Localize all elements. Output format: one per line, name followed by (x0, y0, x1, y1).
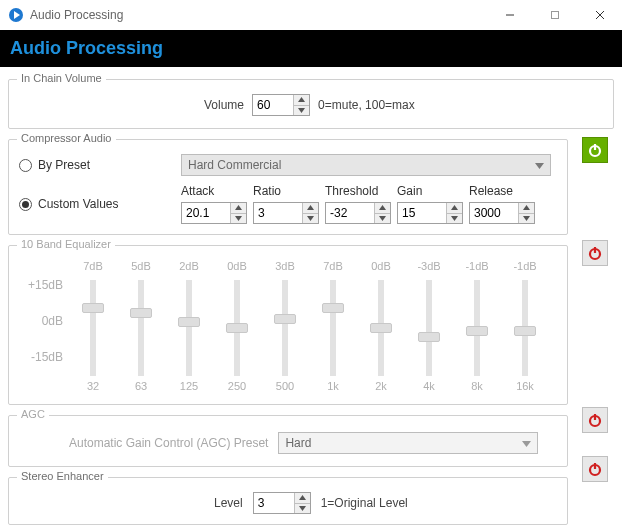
radio-custom-values-indicator (19, 198, 32, 211)
volume-label: Volume (204, 98, 244, 112)
eq-slider[interactable] (282, 280, 288, 376)
preset-dropdown[interactable]: Hard Commercial (181, 154, 551, 176)
svg-marker-15 (379, 205, 386, 210)
eq-band-16k: -1dB16k (501, 260, 549, 394)
titlebar-controls (487, 0, 622, 30)
svg-marker-6 (298, 97, 305, 102)
eq-slider[interactable] (378, 280, 384, 376)
eq-band-db: -3dB (417, 260, 440, 276)
threshold-down[interactable] (375, 214, 390, 224)
eq-slider-thumb[interactable] (514, 326, 536, 336)
eq-slider[interactable] (474, 280, 480, 376)
maximize-button[interactable] (532, 0, 577, 30)
volume-value[interactable] (253, 95, 293, 115)
eq-band-db: -1dB (465, 260, 488, 276)
ratio-label: Ratio (253, 184, 319, 198)
attack-down[interactable] (231, 214, 246, 224)
chevron-down-icon (522, 436, 531, 450)
attack-label: Attack (181, 184, 247, 198)
group-volume: In Chain Volume Volume 0=mute, 100=max (8, 79, 614, 129)
eq-slider[interactable] (426, 280, 432, 376)
page-title: Audio Processing (0, 30, 622, 67)
eq-slider-thumb[interactable] (466, 326, 488, 336)
gain-down[interactable] (447, 214, 462, 224)
radio-custom-values[interactable]: Custom Values (19, 197, 169, 211)
gain-label: Gain (397, 184, 463, 198)
release-label: Release (469, 184, 535, 198)
eq-slider-thumb[interactable] (418, 332, 440, 342)
minimize-button[interactable] (487, 0, 532, 30)
ratio-input[interactable] (253, 202, 319, 224)
eq-band-125: 2dB125 (165, 260, 213, 394)
ratio-up[interactable] (303, 203, 318, 214)
volume-input[interactable] (252, 94, 310, 116)
titlebar: Audio Processing (0, 0, 622, 30)
eq-slider-thumb[interactable] (178, 317, 200, 327)
agc-power-toggle[interactable] (582, 407, 608, 433)
eq-slider-thumb[interactable] (370, 323, 392, 333)
group-volume-title: In Chain Volume (17, 72, 106, 84)
svg-marker-19 (523, 205, 530, 210)
enhancer-label: Level (214, 496, 243, 510)
svg-marker-7 (298, 108, 305, 113)
threshold-label: Threshold (325, 184, 391, 198)
eq-slider[interactable] (186, 280, 192, 376)
eq-slider-thumb[interactable] (274, 314, 296, 324)
eq-slider[interactable] (90, 280, 96, 376)
release-down[interactable] (519, 214, 534, 224)
agc-preset-dropdown[interactable]: Hard (278, 432, 538, 454)
enhancer-input[interactable] (253, 492, 311, 514)
radio-custom-values-label: Custom Values (38, 197, 118, 211)
svg-marker-13 (307, 205, 314, 210)
eq-band-freq: 16k (516, 380, 534, 394)
svg-rect-3 (551, 12, 558, 19)
volume-spin-down[interactable] (294, 106, 309, 116)
eq-band-500: 3dB500 (261, 260, 309, 394)
volume-spin-up[interactable] (294, 95, 309, 106)
gain-input[interactable] (397, 202, 463, 224)
eq-band-db: 3dB (275, 260, 295, 276)
eq-band-1k: 7dB1k (309, 260, 357, 394)
group-compressor: Compressor Audio By Preset Hard Commerci… (8, 139, 568, 235)
eq-power-toggle[interactable] (582, 240, 608, 266)
eq-band-freq: 63 (135, 380, 147, 394)
eq-slider-thumb[interactable] (322, 303, 344, 313)
release-input[interactable] (469, 202, 535, 224)
eq-band-db: 5dB (131, 260, 151, 276)
eq-slider-thumb[interactable] (82, 303, 104, 313)
eq-slider-thumb[interactable] (226, 323, 248, 333)
eq-slider[interactable] (234, 280, 240, 376)
group-enhancer: Stereo Enhancer Level 1=Original Level (8, 477, 568, 525)
enhancer-power-toggle[interactable] (582, 456, 608, 482)
eq-slider[interactable] (522, 280, 528, 376)
ratio-down[interactable] (303, 214, 318, 224)
enhancer-value[interactable] (254, 493, 294, 513)
window-title: Audio Processing (30, 8, 487, 22)
group-enhancer-title: Stereo Enhancer (17, 470, 108, 482)
eq-band-freq: 4k (423, 380, 435, 394)
attack-input[interactable] (181, 202, 247, 224)
eq-band-63: 5dB63 (117, 260, 165, 394)
eq-band-freq: 1k (327, 380, 339, 394)
threshold-input[interactable] (325, 202, 391, 224)
eq-slider-thumb[interactable] (130, 308, 152, 318)
eq-band-freq: 8k (471, 380, 483, 394)
eq-slider[interactable] (138, 280, 144, 376)
enhancer-up[interactable] (295, 493, 310, 504)
release-up[interactable] (519, 203, 534, 214)
enhancer-hint: 1=Original Level (321, 496, 408, 510)
radio-by-preset[interactable]: By Preset (19, 158, 169, 172)
close-button[interactable] (577, 0, 622, 30)
gain-up[interactable] (447, 203, 462, 214)
agc-label: Automatic Gain Control (AGC) Preset (69, 436, 268, 450)
group-eq: 10 Band Equalizer +15dB 0dB -15dB 7dB325… (8, 245, 568, 405)
eq-band-db: 7dB (83, 260, 103, 276)
attack-up[interactable] (231, 203, 246, 214)
eq-band-db: -1dB (513, 260, 536, 276)
eq-slider[interactable] (330, 280, 336, 376)
svg-marker-18 (451, 216, 458, 221)
compressor-power-toggle[interactable] (582, 137, 608, 163)
threshold-up[interactable] (375, 203, 390, 214)
enhancer-down[interactable] (295, 504, 310, 514)
eq-band-250: 0dB250 (213, 260, 261, 394)
